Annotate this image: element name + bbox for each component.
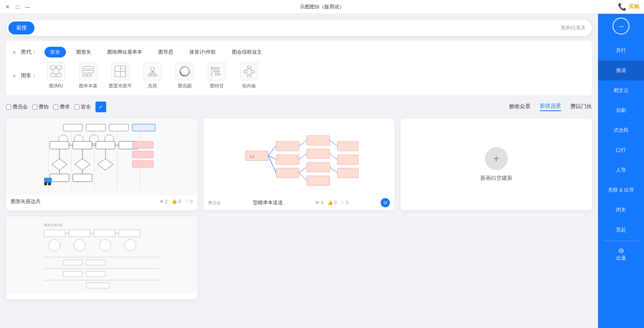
svg-rect-61 (50, 174, 69, 182)
checkbox-free-input[interactable] (53, 105, 58, 110)
svg-text:人工: 人工 (249, 155, 255, 158)
search-button[interactable]: 索搜 (8, 21, 34, 34)
svg-point-70 (48, 182, 51, 185)
sidebar-item-team[interactable]: 式合民 (598, 120, 644, 140)
filter-tag-all[interactable]: 皆全 (44, 47, 66, 57)
filter-tag-network[interactable]: 图络网址基串本 (102, 47, 148, 57)
minimize-window-btn[interactable]: — (25, 4, 31, 10)
svg-rect-27 (248, 66, 251, 68)
sidebar-label-local: 口打 (616, 147, 626, 154)
svg-rect-76 (276, 168, 299, 178)
svg-point-105 (125, 239, 136, 251)
card-logo-2: SI (381, 198, 390, 207)
filter-panel: ∨ 类代： 皆全 图形矢 图络网址基串本 图导思 体算计\件软 图会综程业主 ∨… (6, 41, 592, 95)
svg-marker-55 (52, 159, 67, 170)
checkbox-member[interactable]: 费协 (32, 103, 49, 110)
sidebar-item-page[interactable]: 页起 (598, 220, 644, 240)
stat-likes-1: ♡ 0 (185, 199, 193, 204)
likes-icon-1: ♡ (185, 199, 189, 204)
sidebar-item-person[interactable]: 人导 (598, 160, 644, 180)
svg-point-103 (74, 239, 85, 251)
sort-collect[interactable]: 败收众景 (509, 103, 531, 111)
filter-tag-business[interactable]: 图会综程业主 (226, 47, 268, 57)
filter-checkboxes: 费员会 费协 费求 皆全 ✓ (6, 102, 106, 112)
filter-tag-flowchart[interactable]: 图形矢 (71, 47, 97, 57)
sidebar-item-export[interactable]: 关联 & 出导 (598, 180, 644, 200)
sort-download[interactable]: 费以门伙 (570, 103, 592, 111)
category-collapse-icon[interactable]: ∨ (12, 49, 16, 55)
views-icon-1: 👁 (159, 199, 164, 204)
views-count-2: 4 (321, 200, 324, 205)
svg-rect-8 (83, 71, 94, 73)
stat-likes-2: ♡ 0 (340, 200, 348, 205)
svg-rect-82 (337, 155, 358, 164)
sidebar-label-page: 页起 (616, 226, 626, 233)
checkbox-all[interactable]: 皆全 (74, 103, 91, 110)
sidebar-label-logout: 出退 (616, 255, 626, 262)
likes-count-1: 0 (190, 199, 193, 204)
sidebar-item-local[interactable]: 口打 (598, 140, 644, 160)
card-footer-4 (6, 293, 197, 299)
svg-rect-49 (73, 141, 92, 149)
dtype-gantt[interactable]: 图特甘 (205, 62, 228, 89)
gantt-icon (208, 62, 226, 80)
likes-count-2: 0 (346, 200, 348, 205)
topology-icon (240, 62, 258, 80)
sidebar-item-close[interactable]: 闭关 (598, 200, 644, 220)
svg-rect-35 (63, 124, 82, 131)
sidebar-arrow-button[interactable]: → (613, 18, 629, 34)
dtype-floorplan[interactable]: 图置布面平 (109, 62, 132, 89)
checkbox-free[interactable]: 费求 (53, 103, 70, 110)
diagram-card-1[interactable]: 🚗 图形矢搭边共 👁 2 👍 0 (6, 118, 197, 210)
checkbox-vip-input[interactable] (6, 105, 11, 110)
gantt-label: 图特甘 (210, 83, 224, 89)
checkbox-all-input[interactable] (74, 105, 79, 110)
dtype-circle[interactable]: 图讯圆 (173, 62, 196, 89)
select-all-button[interactable]: ✓ (95, 102, 106, 112)
card-stats-1: 👁 2 👍 0 ♡ 0 (159, 199, 193, 204)
sort-latest[interactable]: 新状况景 (540, 103, 561, 111)
close-window-btn[interactable]: ✕ (5, 4, 11, 10)
svg-rect-81 (337, 141, 358, 151)
svg-point-69 (44, 182, 47, 185)
maximize-window-btn[interactable]: □ (15, 4, 21, 10)
window-title: 示图图SI（版用试） (300, 3, 344, 10)
checkbox-vip[interactable]: 费员会 (6, 103, 28, 110)
sidebar-item-recent[interactable]: 后刷 (598, 100, 644, 120)
sidebar-item-cloud[interactable]: 档文云 (598, 80, 644, 100)
uml-icon (47, 62, 65, 80)
stat-thumbs-1: 👍 0 (171, 199, 181, 204)
card-preview-4: 图形矢泌边表 (6, 216, 197, 293)
types-collapse-icon[interactable]: ∨ (12, 73, 16, 79)
thumbs-count-2: 0 (334, 200, 337, 205)
sort-options: 败收众景 新状况景 费以门伙 (509, 103, 592, 111)
svg-rect-1 (57, 66, 61, 69)
dtype-network[interactable]: 图串本基 (77, 62, 100, 89)
sidebar-item-recommend[interactable]: 推谐 (598, 61, 644, 80)
svg-rect-98 (119, 230, 140, 237)
diagram-card-2[interactable]: 人工 (204, 118, 395, 210)
checkbox-member-label: 费协 (39, 103, 49, 110)
diagram-types-row: ∨ 用常： (12, 62, 586, 89)
new-diagram-card[interactable]: + 新画白空建新 (401, 118, 592, 210)
sidebar-item-open[interactable]: 开打 (598, 41, 644, 61)
dtype-topology[interactable]: 拓向纵 (238, 62, 261, 89)
svg-line-88 (299, 154, 307, 159)
svg-rect-67 (132, 161, 153, 167)
svg-rect-7 (83, 67, 94, 69)
svg-line-31 (245, 68, 249, 71)
svg-rect-106 (44, 257, 159, 257)
checkbox-member-input[interactable] (32, 105, 37, 110)
dtype-simple[interactable]: 先筒 (141, 62, 164, 89)
sidebar-item-logout[interactable]: ⊖ 出退 (598, 242, 644, 266)
filter-tag-mindmap[interactable]: 图导思 (153, 47, 179, 57)
filter-tag-software[interactable]: 体算计\件软 (184, 47, 222, 57)
svg-rect-111 (63, 271, 82, 277)
dtype-uml[interactable]: 图JMU (44, 62, 67, 89)
svg-point-20 (151, 74, 154, 76)
search-input[interactable] (38, 25, 558, 31)
svg-line-85 (268, 156, 276, 159)
svg-rect-24 (214, 71, 219, 72)
svg-line-84 (268, 146, 276, 156)
diagram-card-4[interactable]: 图形矢泌边表 (6, 216, 197, 299)
